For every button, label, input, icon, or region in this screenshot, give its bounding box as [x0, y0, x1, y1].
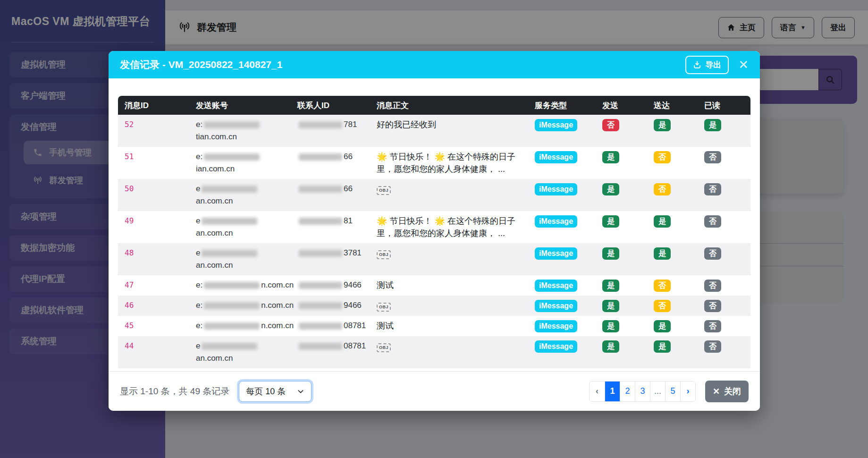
- read-status-badge: 否: [704, 300, 721, 312]
- service-type-badge: iMessage: [535, 215, 577, 228]
- delivered-status-badge: 是: [654, 320, 671, 332]
- sender-account-cell: e:n.com.cn: [196, 275, 297, 296]
- object-placeholder: OBJ: [377, 303, 391, 312]
- object-placeholder: OBJ: [377, 343, 391, 352]
- records-summary: 显示 1-10 条，共 49 条记录: [120, 385, 229, 398]
- service-type-cell: iMessage: [535, 296, 602, 316]
- message-id-cell: 50: [118, 179, 196, 211]
- service-type-cell: iMessage: [535, 275, 602, 296]
- read-status-badge: 是: [704, 119, 721, 131]
- contact-id-cell: 08781: [297, 336, 377, 368]
- service-type-cell: iMessage: [535, 316, 602, 336]
- col-header-message-body: 消息正文: [377, 96, 535, 115]
- sender-account-cell: e:tian.com.cn: [196, 115, 297, 147]
- service-type-cell: iMessage: [535, 147, 602, 179]
- delivered-cell: 否: [654, 296, 704, 316]
- contact-id-cell: 3781: [297, 243, 377, 275]
- delivered-status-badge: 是: [654, 247, 671, 260]
- sender-account-cell: ean.com.cn: [196, 179, 297, 211]
- sent-cell: 是: [602, 243, 654, 275]
- pagination-page-2[interactable]: 2: [620, 382, 635, 401]
- read-cell: 否: [704, 179, 750, 211]
- page-size-value: 每页 10 条: [246, 386, 286, 397]
- contact-id-cell: 08781: [297, 316, 377, 336]
- redacted-account: [204, 302, 260, 309]
- records-table: 消息ID 发送账号 联系人ID 消息正文 服务类型 发送 送达 已读 52e:t…: [118, 96, 750, 401]
- close-icon[interactable]: ✕: [738, 59, 749, 71]
- contact-id-cell: 66: [297, 147, 377, 179]
- pagination-page-3[interactable]: 3: [635, 382, 650, 401]
- service-type-badge: iMessage: [535, 151, 577, 163]
- sent-cell: 是: [602, 316, 654, 336]
- message-id-cell: 48: [118, 243, 196, 275]
- read-status-badge: 否: [704, 215, 721, 228]
- modal-footer: 显示 1-10 条，共 49 条记录 每页 10 条 ‹123...5› ✕ 关…: [109, 371, 760, 411]
- delivered-cell: 是: [654, 243, 704, 275]
- col-header-read: 已读: [704, 96, 750, 115]
- export-button[interactable]: 导出: [685, 56, 729, 74]
- delivered-status-badge: 是: [654, 340, 671, 353]
- delivered-cell: 是: [654, 211, 704, 243]
- delivered-status-badge: 是: [654, 215, 671, 228]
- service-type-cell: iMessage: [535, 179, 602, 211]
- redacted-account: [204, 322, 260, 330]
- message-body-cell: 测试: [377, 275, 535, 296]
- redacted-contact: [299, 302, 342, 309]
- service-type-badge: iMessage: [535, 280, 577, 292]
- table-row: 51e:ian.com.cn66🌟 节日快乐！ 🌟 在这个特殊的日子里，愿您和您…: [118, 147, 750, 179]
- sent-cell: 是: [602, 275, 654, 296]
- sent-status-badge: 是: [602, 183, 619, 195]
- redacted-account: [202, 186, 257, 193]
- pagination-prev-button[interactable]: ‹: [590, 382, 605, 401]
- service-type-badge: iMessage: [535, 340, 577, 353]
- contact-id-cell: 66: [297, 179, 377, 211]
- delivered-status-badge: 是: [654, 119, 671, 131]
- delivered-cell: 否: [654, 179, 704, 211]
- contact-id-cell: 781: [297, 115, 377, 147]
- pagination-page-1[interactable]: 1: [605, 382, 620, 401]
- page-size-select[interactable]: 每页 10 条: [239, 381, 312, 402]
- delivered-cell: 是: [654, 336, 704, 368]
- sent-cell: 是: [602, 336, 654, 368]
- sent-cell: 是: [602, 296, 654, 316]
- col-header-service-type: 服务类型: [535, 96, 602, 115]
- table-row: 48ean.com.cn3781OBJiMessage是是否: [118, 243, 750, 275]
- service-type-cell: iMessage: [535, 115, 602, 147]
- contact-id-cell: 9466: [297, 275, 377, 296]
- delivered-status-badge: 否: [654, 280, 671, 292]
- table-header-row: 消息ID 发送账号 联系人ID 消息正文 服务类型 发送 送达 已读: [118, 96, 750, 115]
- service-type-badge: iMessage: [535, 183, 577, 195]
- read-cell: 否: [704, 316, 750, 336]
- send-records-modal: 发信记录 - VM_20250822_140827_1 导出 ✕ 消息ID 发送…: [109, 51, 760, 411]
- close-modal-button[interactable]: ✕ 关闭: [705, 381, 749, 402]
- table-row: 50ean.com.cn66OBJiMessage是否否: [118, 179, 750, 211]
- download-icon: [693, 60, 701, 69]
- modal-header: 发信记录 - VM_20250822_140827_1 导出 ✕: [109, 51, 760, 78]
- sent-cell: 否: [602, 115, 654, 147]
- modal-title: 发信记录 - VM_20250822_140827_1: [120, 58, 282, 71]
- message-body-cell: 🌟 节日快乐！ 🌟 在这个特殊的日子里，愿您和您的家人身体健康， ...: [377, 147, 535, 179]
- message-id-cell: 51: [118, 147, 196, 179]
- service-type-badge: iMessage: [535, 119, 577, 131]
- redacted-contact: [299, 343, 342, 350]
- delivered-status-badge: 否: [654, 151, 671, 163]
- chevron-down-icon: [297, 388, 304, 395]
- message-id-cell: 52: [118, 115, 196, 147]
- pagination-page-...[interactable]: ...: [650, 382, 665, 401]
- redacted-contact: [299, 121, 342, 128]
- service-type-badge: iMessage: [535, 247, 577, 260]
- sender-account-cell: e:n.com.cn: [196, 316, 297, 336]
- sender-account-cell: ean.com.cn: [196, 243, 297, 275]
- redacted-contact: [299, 322, 342, 330]
- delivered-status-badge: 否: [654, 300, 671, 312]
- read-status-badge: 否: [704, 280, 721, 292]
- pagination-next-button[interactable]: ›: [680, 382, 695, 401]
- read-cell: 否: [704, 336, 750, 368]
- message-body-cell: OBJ: [377, 179, 535, 211]
- redacted-account: [202, 343, 257, 350]
- read-cell: 是: [704, 115, 750, 147]
- pagination-page-5[interactable]: 5: [665, 382, 680, 401]
- table-row: 44ean.com.cn08781OBJiMessage是是否: [118, 336, 750, 368]
- read-cell: 否: [704, 147, 750, 179]
- sent-cell: 是: [602, 147, 654, 179]
